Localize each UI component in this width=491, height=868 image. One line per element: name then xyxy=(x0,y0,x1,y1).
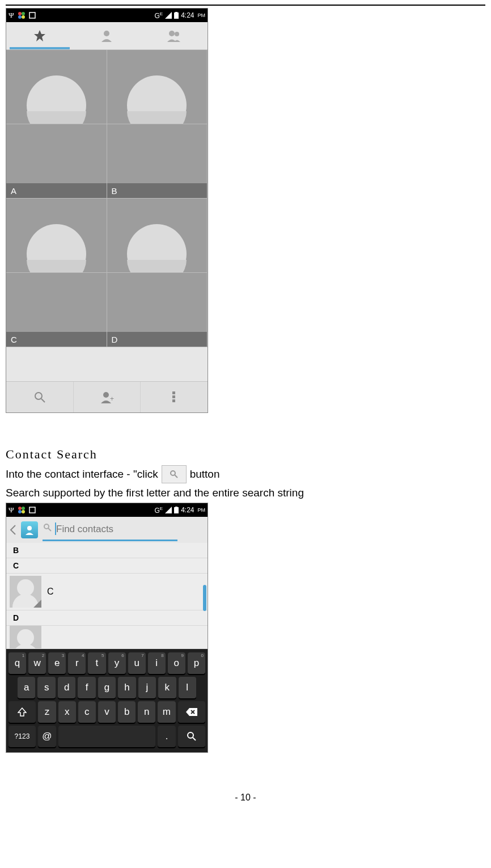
card-icon xyxy=(29,12,36,19)
search-bar xyxy=(6,517,208,543)
shift-key[interactable] xyxy=(9,701,36,723)
usb-icon: Ψ xyxy=(9,11,14,20)
avatar xyxy=(127,224,187,273)
svg-rect-17 xyxy=(172,395,175,398)
contact-cell[interactable]: C xyxy=(6,273,107,347)
screenshot-contacts-grid: Ψ GE 4:24PM xyxy=(6,8,208,413)
search-icon xyxy=(187,732,196,741)
list-section-header: C xyxy=(6,558,208,574)
key-t[interactable]: t5 xyxy=(88,652,105,674)
usb-icon: Ψ xyxy=(9,505,14,515)
status-bar: Ψ GE 4:24PM xyxy=(6,503,208,517)
search-key[interactable] xyxy=(178,726,205,747)
key-y[interactable]: y6 xyxy=(108,652,126,674)
key-n[interactable]: n xyxy=(138,701,155,723)
key-hint: 8 xyxy=(161,653,163,658)
key-c[interactable]: c xyxy=(78,701,96,723)
tab-groups[interactable] xyxy=(141,22,208,49)
clock-text: 4:24 xyxy=(181,506,194,514)
person-icon xyxy=(100,30,113,42)
card-icon xyxy=(29,507,36,513)
back-button[interactable] xyxy=(10,525,16,535)
text: Into the contact interface - "click xyxy=(6,468,158,481)
svg-line-37 xyxy=(193,738,196,740)
list-section-header: D xyxy=(6,610,208,626)
contact-name: A xyxy=(6,183,107,198)
key-k[interactable]: k xyxy=(158,677,176,698)
symbols-key[interactable]: ?123 xyxy=(9,726,36,747)
svg-rect-6 xyxy=(174,12,179,19)
key-e[interactable]: e3 xyxy=(48,652,66,674)
key-g[interactable]: g xyxy=(98,677,116,698)
svg-point-9 xyxy=(104,31,109,36)
key-w[interactable]: w2 xyxy=(28,652,46,674)
key-hint: 0 xyxy=(201,653,204,658)
key-u[interactable]: u7 xyxy=(128,652,146,674)
key-q[interactable]: q1 xyxy=(9,652,26,674)
key-f[interactable]: f xyxy=(78,677,95,698)
star-icon xyxy=(33,30,46,42)
add-person-icon: + xyxy=(100,391,115,403)
contact-cell[interactable]: D xyxy=(107,273,208,347)
dot-key[interactable]: . xyxy=(158,726,176,747)
contact-cell[interactable] xyxy=(6,50,107,124)
svg-rect-27 xyxy=(174,507,179,513)
group-icon xyxy=(167,30,181,42)
list-item[interactable]: C xyxy=(6,574,208,610)
key-j[interactable]: j xyxy=(138,677,156,698)
backspace-icon xyxy=(186,708,197,716)
tab-contacts[interactable] xyxy=(73,22,140,49)
contact-cell[interactable]: B xyxy=(107,124,208,199)
key-o[interactable]: o9 xyxy=(168,652,185,674)
search-button[interactable] xyxy=(6,382,74,412)
svg-line-20 xyxy=(175,475,177,478)
at-key[interactable]: @ xyxy=(38,726,56,747)
key-i[interactable]: i8 xyxy=(148,652,166,674)
svg-rect-25 xyxy=(29,507,35,513)
search-input[interactable] xyxy=(43,519,177,541)
inline-search-icon-button xyxy=(162,465,187,483)
key-s[interactable]: s xyxy=(37,677,55,698)
instruction-line-2: Search supported by the first letter and… xyxy=(6,487,485,499)
text: button xyxy=(190,468,220,481)
svg-point-11 xyxy=(175,32,179,36)
search-field-wrap[interactable] xyxy=(43,519,204,541)
key-x[interactable]: x xyxy=(58,701,76,723)
status-bar: Ψ GE 4:24PM xyxy=(6,9,208,22)
key-r[interactable]: r4 xyxy=(68,652,86,674)
signal-icon xyxy=(165,507,172,513)
avatar xyxy=(27,224,86,273)
scroll-indicator[interactable] xyxy=(203,585,206,611)
contact-cell[interactable]: A xyxy=(6,124,107,199)
contact-name: C xyxy=(47,587,54,597)
svg-marker-5 xyxy=(165,12,172,19)
svg-point-22 xyxy=(22,507,25,510)
contacts-app-icon[interactable] xyxy=(21,521,38,538)
svg-point-24 xyxy=(22,510,25,513)
key-h[interactable]: h xyxy=(118,677,136,698)
search-icon xyxy=(33,391,46,403)
clock-text: 4:24 xyxy=(181,11,194,19)
contact-cell[interactable] xyxy=(107,50,208,124)
svg-point-1 xyxy=(22,12,25,15)
key-d[interactable]: d xyxy=(58,677,75,698)
key-v[interactable]: v xyxy=(98,701,116,723)
space-key[interactable] xyxy=(58,726,155,747)
svg-rect-28 xyxy=(175,507,177,507)
backspace-key[interactable] xyxy=(178,701,205,723)
key-z[interactable]: z xyxy=(38,701,56,723)
key-m[interactable]: m xyxy=(158,701,175,723)
contact-cell[interactable] xyxy=(6,199,107,273)
contact-cell[interactable] xyxy=(107,199,208,273)
add-contact-button[interactable]: + xyxy=(74,382,141,412)
svg-rect-18 xyxy=(172,399,175,402)
key-b[interactable]: b xyxy=(118,701,136,723)
tab-favorites[interactable] xyxy=(6,22,73,49)
key-hint: 9 xyxy=(181,653,183,658)
list-item[interactable] xyxy=(6,626,208,649)
key-p[interactable]: p0 xyxy=(188,652,205,674)
section-heading: Contact Search xyxy=(6,447,485,462)
overflow-menu-button[interactable] xyxy=(141,382,208,412)
key-l[interactable]: l xyxy=(179,677,196,698)
key-a[interactable]: a xyxy=(18,677,35,698)
